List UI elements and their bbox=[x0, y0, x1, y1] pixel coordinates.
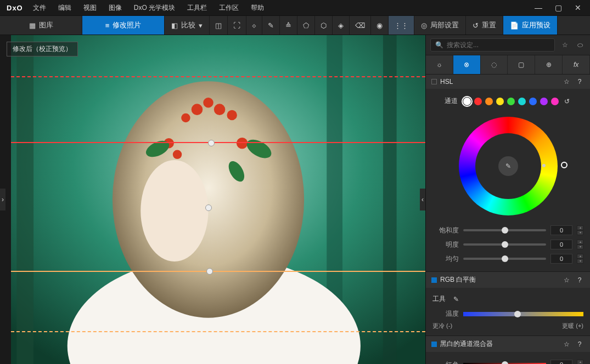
menu-optics[interactable]: DxO 光学模块 bbox=[128, 1, 181, 15]
preset-label: 应用预设 bbox=[522, 20, 550, 30]
channel-dot-2[interactable] bbox=[485, 98, 493, 105]
repair-button[interactable]: ⌫ bbox=[350, 16, 371, 35]
hsl-help-button[interactable]: ? bbox=[575, 78, 585, 86]
wheel-inner-marker[interactable] bbox=[542, 164, 546, 167]
temp-slider[interactable] bbox=[463, 312, 583, 316]
rgbwb-enable-check[interactable] bbox=[431, 277, 437, 283]
control-point-1[interactable] bbox=[205, 204, 212, 211]
rgbwb-help-button[interactable]: ? bbox=[575, 276, 585, 284]
channel-dot-0[interactable] bbox=[463, 98, 471, 105]
menu-edit[interactable]: 编辑 bbox=[53, 1, 77, 15]
tab-geometry[interactable]: ▢ bbox=[508, 55, 535, 74]
bwmix-enable-check[interactable] bbox=[431, 342, 437, 347]
shape1-icon: ⬠ bbox=[303, 21, 309, 30]
horizon-button[interactable]: ≙ bbox=[280, 16, 297, 35]
channel-dot-3[interactable] bbox=[496, 98, 504, 105]
channel-dot-5[interactable] bbox=[518, 98, 526, 105]
favorite-filter-button[interactable]: ☆ bbox=[559, 39, 570, 50]
bw-red-value[interactable]: 0 bbox=[550, 360, 572, 364]
perspective2-button[interactable]: ⬡ bbox=[315, 16, 333, 35]
tab-detail[interactable]: ◌ bbox=[481, 55, 508, 74]
fullscreen-button[interactable]: ⛶ bbox=[228, 16, 246, 35]
eyedropper-button[interactable]: ✎ bbox=[262, 16, 280, 35]
shape2-icon: ⬡ bbox=[321, 21, 327, 30]
edit-tab[interactable]: ≡ 修改照片 bbox=[82, 16, 165, 35]
preset-button[interactable]: 📄 应用预设 bbox=[503, 16, 558, 35]
channel-dot-1[interactable] bbox=[474, 98, 482, 105]
photo-image bbox=[11, 35, 425, 364]
svg-point-14 bbox=[237, 138, 248, 149]
guide-line-1[interactable] bbox=[11, 142, 425, 143]
hsl-enable-check[interactable] bbox=[431, 79, 437, 84]
active-filter-toggle[interactable]: ⬭ bbox=[575, 39, 586, 50]
lightness-slider[interactable] bbox=[463, 243, 546, 246]
wb-picker-button[interactable]: ✎ bbox=[451, 295, 461, 303]
active-tool-button[interactable]: ⋮⋮ bbox=[389, 16, 414, 35]
channel-dot-8[interactable] bbox=[551, 98, 559, 105]
bwmix-header[interactable]: 黑白的通道混合器 ☆ ? bbox=[426, 336, 590, 352]
channel-dot-4[interactable] bbox=[507, 98, 515, 105]
svg-rect-3 bbox=[383, 35, 397, 364]
chevron-down-icon: ▾ bbox=[199, 21, 203, 30]
library-tab[interactable]: ▦ 图库 bbox=[0, 16, 82, 35]
tab-light[interactable]: ☼ bbox=[426, 55, 453, 74]
fx-icon: fx bbox=[574, 61, 578, 69]
local-button[interactable]: ◎ 局部设置 bbox=[414, 16, 466, 35]
wheel-picker-button[interactable]: ✎ bbox=[498, 156, 518, 176]
uniform-slider[interactable] bbox=[463, 258, 546, 260]
preset-icon: 📄 bbox=[510, 21, 519, 30]
menu-toolbar[interactable]: 工具栏 bbox=[182, 1, 212, 15]
channel-reset-button[interactable]: ↺ bbox=[562, 98, 572, 105]
tab-effects[interactable]: ⊕ bbox=[535, 55, 563, 74]
control-point-0[interactable] bbox=[208, 140, 215, 146]
guide-line-2[interactable] bbox=[11, 271, 425, 272]
close-button[interactable]: ✕ bbox=[568, 0, 588, 15]
compare-button[interactable]: ◧ 比较 ▾ bbox=[165, 16, 210, 35]
guide-line-0[interactable] bbox=[11, 76, 425, 77]
uniform-value[interactable]: 0 bbox=[550, 254, 572, 264]
menu-view[interactable]: 视图 bbox=[78, 1, 102, 15]
minimize-button[interactable]: — bbox=[529, 0, 548, 15]
menu-file[interactable]: 文件 bbox=[27, 1, 52, 15]
bw-red-spinner[interactable]: ▴▾ bbox=[577, 360, 583, 364]
wheel-outer-handle[interactable] bbox=[561, 162, 567, 168]
rgbwb-header[interactable]: RGB 白平衡 ☆ ? bbox=[426, 272, 590, 288]
maximize-button[interactable]: ▢ bbox=[548, 0, 568, 15]
hsl-fav-button[interactable]: ☆ bbox=[561, 78, 571, 86]
saturation-value[interactable]: 0 bbox=[550, 225, 572, 235]
temp-captions: 更冷 (-) 更暖 (+) bbox=[432, 321, 583, 330]
saturation-row: 饱和度 0 ▴▾ bbox=[432, 223, 583, 237]
perspective1-button[interactable]: ⬠ bbox=[297, 16, 315, 35]
saturation-slider[interactable] bbox=[463, 229, 546, 231]
hsl-header[interactable]: HSL ☆ ? bbox=[426, 75, 590, 89]
channel-dot-6[interactable] bbox=[529, 98, 537, 105]
channel-dot-7[interactable] bbox=[540, 98, 548, 105]
search-input[interactable] bbox=[447, 41, 550, 49]
guide-line-3[interactable] bbox=[11, 331, 425, 332]
uniform-spinner[interactable]: ▴▾ bbox=[577, 254, 583, 264]
saturation-spinner[interactable]: ▴▾ bbox=[577, 225, 583, 235]
lightness-spinner[interactable]: ▴▾ bbox=[577, 240, 583, 249]
bwmix-fav-button[interactable]: ☆ bbox=[561, 340, 571, 348]
reset-button[interactable]: ↺ 重置 bbox=[466, 16, 503, 35]
tab-fx[interactable]: fx bbox=[563, 55, 590, 74]
photo-viewport[interactable] bbox=[11, 35, 425, 364]
menu-image[interactable]: 图像 bbox=[103, 1, 127, 15]
lightness-value[interactable]: 0 bbox=[550, 240, 572, 249]
split-view-button[interactable]: ◫ bbox=[210, 16, 228, 35]
rgbwb-fav-button[interactable]: ☆ bbox=[561, 276, 571, 284]
menu-help[interactable]: 帮助 bbox=[245, 1, 269, 15]
color-wheel[interactable]: ✎ bbox=[459, 117, 558, 215]
bwmix-help-button[interactable]: ? bbox=[575, 340, 585, 348]
expand-right-handle[interactable]: ‹ bbox=[420, 189, 425, 211]
redeye-button[interactable]: ◉ bbox=[371, 16, 389, 35]
uniform-label: 均匀 bbox=[432, 254, 459, 264]
search-box[interactable]: 🔍 bbox=[430, 38, 555, 52]
expand-left-handle[interactable]: › bbox=[0, 189, 5, 211]
menu-workspace[interactable]: 工作区 bbox=[213, 1, 244, 15]
control-point-2[interactable] bbox=[206, 268, 213, 275]
tab-color[interactable]: ⊗ bbox=[453, 55, 481, 74]
main-area: › 修改后（校正预览） bbox=[0, 35, 590, 364]
perspective3-button[interactable]: ◈ bbox=[333, 16, 350, 35]
crop-button[interactable]: ⟐ bbox=[246, 16, 262, 35]
